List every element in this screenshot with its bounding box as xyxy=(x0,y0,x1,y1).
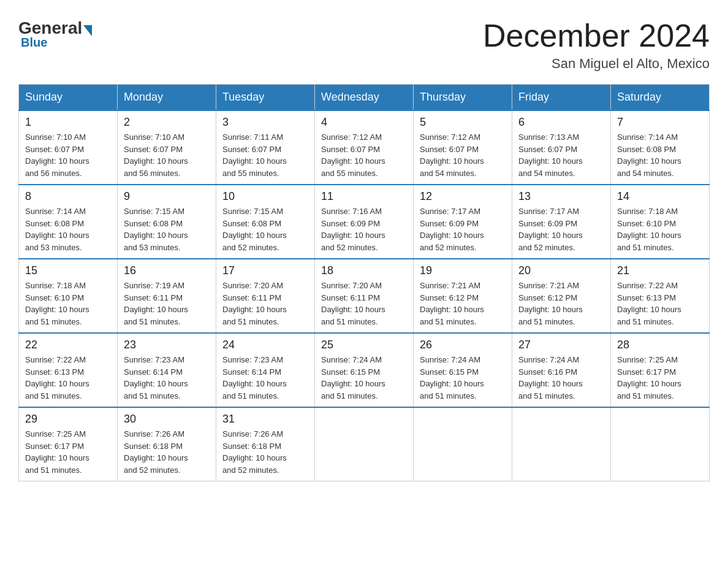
calendar-cell: 16Sunrise: 7:19 AM Sunset: 6:11 PM Dayli… xyxy=(118,259,216,333)
month-title: December 2024 xyxy=(483,18,710,53)
day-number: 14 xyxy=(617,190,703,203)
calendar-cell: 7Sunrise: 7:14 AM Sunset: 6:08 PM Daylig… xyxy=(611,110,710,185)
day-info: Sunrise: 7:15 AM Sunset: 6:08 PM Dayligh… xyxy=(222,205,308,253)
calendar-cell xyxy=(315,407,414,481)
calendar-header-wednesday: Wednesday xyxy=(315,85,414,111)
day-info: Sunrise: 7:19 AM Sunset: 6:11 PM Dayligh… xyxy=(124,280,210,327)
day-info: Sunrise: 7:24 AM Sunset: 6:16 PM Dayligh… xyxy=(518,354,604,402)
day-info: Sunrise: 7:14 AM Sunset: 6:08 PM Dayligh… xyxy=(617,131,703,179)
calendar-cell: 25Sunrise: 7:24 AM Sunset: 6:15 PM Dayli… xyxy=(315,333,414,407)
calendar-header-monday: Monday xyxy=(118,85,216,111)
day-info: Sunrise: 7:11 AM Sunset: 6:07 PM Dayligh… xyxy=(222,131,308,179)
calendar-cell: 10Sunrise: 7:15 AM Sunset: 6:08 PM Dayli… xyxy=(216,185,315,259)
calendar-cell: 19Sunrise: 7:21 AM Sunset: 6:12 PM Dayli… xyxy=(414,259,512,333)
day-number: 31 xyxy=(222,413,308,426)
day-info: Sunrise: 7:21 AM Sunset: 6:12 PM Dayligh… xyxy=(420,280,506,327)
calendar-header-sunday: Sunday xyxy=(19,85,118,111)
calendar-week-row-1: 1Sunrise: 7:10 AM Sunset: 6:07 PM Daylig… xyxy=(19,110,710,185)
calendar-cell: 9Sunrise: 7:15 AM Sunset: 6:08 PM Daylig… xyxy=(118,185,216,259)
day-info: Sunrise: 7:23 AM Sunset: 6:14 PM Dayligh… xyxy=(124,354,210,402)
day-info: Sunrise: 7:16 AM Sunset: 6:09 PM Dayligh… xyxy=(321,205,407,253)
calendar-cell xyxy=(611,407,710,481)
day-info: Sunrise: 7:17 AM Sunset: 6:09 PM Dayligh… xyxy=(518,205,604,253)
day-info: Sunrise: 7:10 AM Sunset: 6:07 PM Dayligh… xyxy=(25,131,111,179)
calendar-cell: 31Sunrise: 7:26 AM Sunset: 6:18 PM Dayli… xyxy=(216,407,315,481)
calendar-cell xyxy=(512,407,611,481)
calendar-table: SundayMondayTuesdayWednesdayThursdayFrid… xyxy=(18,84,710,481)
day-number: 25 xyxy=(321,339,407,351)
calendar-week-row-5: 29Sunrise: 7:25 AM Sunset: 6:17 PM Dayli… xyxy=(19,407,710,481)
day-number: 9 xyxy=(124,190,210,203)
day-number: 29 xyxy=(25,413,111,426)
calendar-cell: 23Sunrise: 7:23 AM Sunset: 6:14 PM Dayli… xyxy=(118,333,216,407)
calendar-cell: 2Sunrise: 7:10 AM Sunset: 6:07 PM Daylig… xyxy=(118,110,216,185)
day-number: 12 xyxy=(420,190,506,203)
calendar-cell: 26Sunrise: 7:24 AM Sunset: 6:15 PM Dayli… xyxy=(414,333,512,407)
day-number: 7 xyxy=(617,116,703,129)
calendar-cell: 13Sunrise: 7:17 AM Sunset: 6:09 PM Dayli… xyxy=(512,185,611,259)
day-number: 24 xyxy=(222,339,308,351)
day-number: 26 xyxy=(420,339,506,351)
day-number: 2 xyxy=(124,116,210,129)
day-number: 15 xyxy=(25,264,111,277)
day-info: Sunrise: 7:25 AM Sunset: 6:17 PM Dayligh… xyxy=(617,354,703,402)
calendar-cell: 12Sunrise: 7:17 AM Sunset: 6:09 PM Dayli… xyxy=(414,185,512,259)
day-info: Sunrise: 7:17 AM Sunset: 6:09 PM Dayligh… xyxy=(420,205,506,253)
day-info: Sunrise: 7:20 AM Sunset: 6:11 PM Dayligh… xyxy=(222,280,308,327)
calendar-week-row-2: 8Sunrise: 7:14 AM Sunset: 6:08 PM Daylig… xyxy=(19,185,710,259)
title-block: December 2024 San Miguel el Alto, Mexico xyxy=(483,18,710,72)
calendar-header-tuesday: Tuesday xyxy=(216,85,315,111)
day-info: Sunrise: 7:22 AM Sunset: 6:13 PM Dayligh… xyxy=(25,354,111,402)
calendar-cell: 30Sunrise: 7:26 AM Sunset: 6:18 PM Dayli… xyxy=(118,407,216,481)
day-number: 10 xyxy=(222,190,308,203)
page-header: General Blue December 2024 San Miguel el… xyxy=(18,18,710,72)
calendar-cell: 5Sunrise: 7:12 AM Sunset: 6:07 PM Daylig… xyxy=(414,110,512,185)
day-info: Sunrise: 7:15 AM Sunset: 6:08 PM Dayligh… xyxy=(124,205,210,253)
calendar-cell: 27Sunrise: 7:24 AM Sunset: 6:16 PM Dayli… xyxy=(512,333,611,407)
calendar-cell: 22Sunrise: 7:22 AM Sunset: 6:13 PM Dayli… xyxy=(19,333,118,407)
day-number: 5 xyxy=(420,116,506,129)
day-number: 3 xyxy=(222,116,308,129)
day-info: Sunrise: 7:25 AM Sunset: 6:17 PM Dayligh… xyxy=(25,428,111,476)
logo: General Blue xyxy=(18,18,93,50)
logo-blue-text: Blue xyxy=(21,36,47,50)
day-info: Sunrise: 7:22 AM Sunset: 6:13 PM Dayligh… xyxy=(617,280,703,327)
calendar-week-row-3: 15Sunrise: 7:18 AM Sunset: 6:10 PM Dayli… xyxy=(19,259,710,333)
day-number: 20 xyxy=(518,264,604,277)
calendar-cell: 11Sunrise: 7:16 AM Sunset: 6:09 PM Dayli… xyxy=(315,185,414,259)
calendar-cell: 21Sunrise: 7:22 AM Sunset: 6:13 PM Dayli… xyxy=(611,259,710,333)
calendar-cell: 3Sunrise: 7:11 AM Sunset: 6:07 PM Daylig… xyxy=(216,110,315,185)
day-number: 28 xyxy=(617,339,703,351)
calendar-cell: 1Sunrise: 7:10 AM Sunset: 6:07 PM Daylig… xyxy=(19,110,118,185)
day-info: Sunrise: 7:21 AM Sunset: 6:12 PM Dayligh… xyxy=(518,280,604,327)
calendar-cell: 28Sunrise: 7:25 AM Sunset: 6:17 PM Dayli… xyxy=(611,333,710,407)
calendar-cell xyxy=(414,407,512,481)
day-number: 18 xyxy=(321,264,407,277)
calendar-cell: 18Sunrise: 7:20 AM Sunset: 6:11 PM Dayli… xyxy=(315,259,414,333)
day-number: 17 xyxy=(222,264,308,277)
day-number: 23 xyxy=(124,339,210,351)
calendar-cell: 20Sunrise: 7:21 AM Sunset: 6:12 PM Dayli… xyxy=(512,259,611,333)
calendar-cell: 14Sunrise: 7:18 AM Sunset: 6:10 PM Dayli… xyxy=(611,185,710,259)
day-number: 16 xyxy=(124,264,210,277)
day-info: Sunrise: 7:14 AM Sunset: 6:08 PM Dayligh… xyxy=(25,205,111,253)
location-label: San Miguel el Alto, Mexico xyxy=(483,56,710,72)
calendar-cell: 24Sunrise: 7:23 AM Sunset: 6:14 PM Dayli… xyxy=(216,333,315,407)
logo-arrow-icon xyxy=(83,25,92,36)
calendar-cell: 17Sunrise: 7:20 AM Sunset: 6:11 PM Dayli… xyxy=(216,259,315,333)
day-info: Sunrise: 7:23 AM Sunset: 6:14 PM Dayligh… xyxy=(222,354,308,402)
day-number: 13 xyxy=(518,190,604,203)
day-info: Sunrise: 7:20 AM Sunset: 6:11 PM Dayligh… xyxy=(321,280,407,327)
calendar-cell: 8Sunrise: 7:14 AM Sunset: 6:08 PM Daylig… xyxy=(19,185,118,259)
day-info: Sunrise: 7:24 AM Sunset: 6:15 PM Dayligh… xyxy=(420,354,506,402)
day-info: Sunrise: 7:12 AM Sunset: 6:07 PM Dayligh… xyxy=(420,131,506,179)
calendar-header-friday: Friday xyxy=(512,85,611,111)
day-number: 21 xyxy=(617,264,703,277)
day-info: Sunrise: 7:18 AM Sunset: 6:10 PM Dayligh… xyxy=(617,205,703,253)
calendar-cell: 29Sunrise: 7:25 AM Sunset: 6:17 PM Dayli… xyxy=(19,407,118,481)
day-info: Sunrise: 7:24 AM Sunset: 6:15 PM Dayligh… xyxy=(321,354,407,402)
day-number: 19 xyxy=(420,264,506,277)
day-number: 4 xyxy=(321,116,407,129)
calendar-week-row-4: 22Sunrise: 7:22 AM Sunset: 6:13 PM Dayli… xyxy=(19,333,710,407)
day-number: 11 xyxy=(321,190,407,203)
